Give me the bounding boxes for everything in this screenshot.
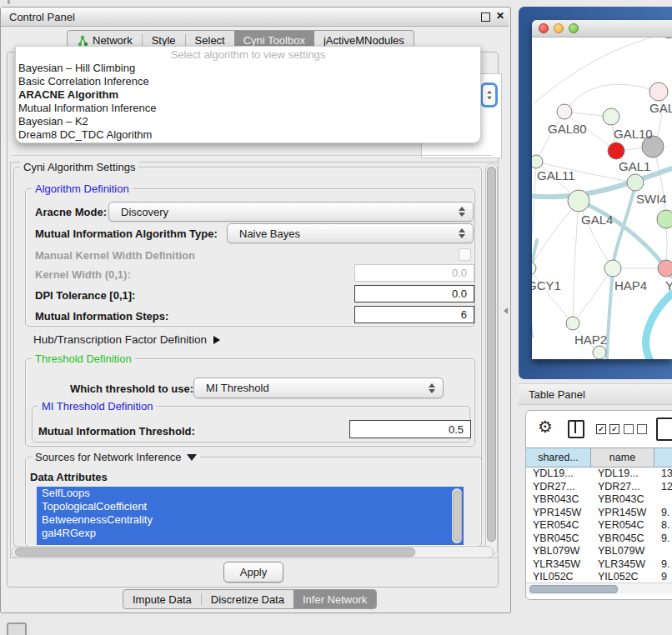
scrollbar-thumb[interactable] [529, 585, 618, 593]
node-hap4[interactable] [604, 260, 621, 277]
group-title: MI Threshold Definition [38, 400, 156, 412]
float-window-icon[interactable] [481, 12, 490, 22]
table-row[interactable]: YDR27...YDR27...12 [526, 481, 672, 494]
mi-algorithm-type-select[interactable]: Naive Bayes [227, 223, 474, 243]
mi-threshold-label: Mutual Information Threshold: [38, 425, 195, 438]
column-header[interactable]: shared... [526, 448, 591, 467]
table-row[interactable]: YDL19...YDL19...13 [526, 468, 672, 481]
control-panel-titlebar: Control Panel ✕ [1, 8, 509, 27]
table-row[interactable]: YER054CYER054C8. [526, 519, 672, 532]
dpi-tolerance-label: DPI Tolerance [0,1]: [35, 289, 135, 302]
kernel-width-input[interactable]: 0.0 [354, 264, 474, 282]
list-item[interactable]: gal4RGexp [37, 527, 464, 540]
aracne-mode-select[interactable]: Discovery [108, 202, 474, 222]
obscured-combo-stepper[interactable] [480, 82, 498, 108]
collapse-down-icon [187, 454, 197, 461]
tab-discretize-data[interactable]: Discretize Data [202, 590, 293, 608]
node-label: GAL4 [581, 212, 613, 227]
close-traffic-light[interactable] [539, 23, 549, 33]
list-item[interactable]: SelfLoops [37, 487, 464, 500]
expand-right-icon [213, 336, 220, 344]
node-label: GAL1 [619, 159, 650, 173]
table-row[interactable]: YBR043CYBR043C [526, 493, 672, 507]
mi-steps-label: Mutual Information Steps: [35, 310, 168, 322]
gear-icon[interactable]: ⚙ [538, 417, 553, 437]
table-row[interactable]: YLR345WYLR345W9. [526, 558, 672, 572]
node-label: GAL [649, 101, 672, 115]
mi-steps-input[interactable]: 6 [354, 306, 474, 323]
node-gal11[interactable] [532, 155, 543, 168]
table-panel-title: Table Panel [529, 388, 585, 401]
which-threshold-label: Which threshold to use: [70, 382, 193, 395]
close-icon[interactable]: ✕ [496, 10, 504, 22]
scrollbar-thumb[interactable] [15, 548, 415, 557]
settings-horizontal-scrollbar[interactable] [12, 546, 494, 558]
table-row[interactable]: YBL079WYBL079W [526, 545, 672, 558]
stepper-up-icon [487, 91, 492, 94]
dpi-tolerance-input[interactable]: 0.0 [354, 285, 474, 302]
node-bottom[interactable] [593, 346, 606, 359]
list-item[interactable]: TopologicalCoefficient [37, 500, 464, 513]
zoom-traffic-light[interactable] [569, 23, 579, 33]
aracne-mode-label: Aracne Mode: [35, 206, 107, 218]
table-header-row: shared... name [526, 448, 672, 468]
control-panel-title: Control Panel [1, 11, 75, 23]
settings-vertical-scrollbar[interactable] [485, 163, 498, 555]
apply-button[interactable]: Apply [223, 562, 283, 582]
popup-item[interactable]: Bayesian – K2 [16, 115, 480, 128]
popup-item[interactable]: Mutual Information Inference [16, 102, 480, 115]
data-attributes-list: SelfLoops TopologicalCoefficient Between… [37, 487, 464, 545]
node-green-right[interactable] [657, 210, 672, 228]
document-icon[interactable] [656, 418, 672, 441]
list-item[interactable]: BetweennessCentrality [37, 513, 464, 527]
minimize-traffic-light[interactable] [554, 23, 564, 33]
group-title: Threshold Definition [32, 352, 135, 365]
node-gal10[interactable] [603, 108, 619, 125]
node-gcy1[interactable] [532, 262, 536, 275]
mi-threshold-input[interactable]: 0.5 [349, 420, 471, 438]
column-header[interactable]: name [591, 448, 654, 467]
attributes-list-scrollbar[interactable] [452, 488, 462, 543]
table-window: ⚙ ✓ ✓ shared... name YDL19...YDL19...13 … [525, 410, 672, 600]
group-title: Algorithm Definition [32, 182, 133, 195]
scrollbar-thumb[interactable] [487, 167, 496, 542]
node-gal1[interactable] [608, 142, 624, 159]
scrollbar-thumb[interactable] [453, 491, 462, 541]
panel-splitter-handle[interactable] [504, 308, 508, 314]
node-gal80[interactable] [557, 104, 572, 119]
checked-boxes-icon[interactable]: ✓ ✓ [596, 424, 619, 434]
unchecked-boxes-icon[interactable] [624, 424, 647, 434]
stepper-down-icon [487, 97, 492, 100]
tab-impute-data[interactable]: Impute Data [123, 590, 201, 608]
column-header[interactable] [654, 448, 672, 467]
popup-item[interactable]: Dream8 DC_TDC Algorithm [16, 128, 480, 142]
table-horizontal-scrollbar[interactable] [526, 582, 672, 594]
node-top-outline[interactable] [662, 38, 672, 38]
network-canvas[interactable]: GAL GAL80 GAL10 GAL1 GAL11 SWI4 GAL4 GCY… [532, 38, 672, 359]
split-columns-icon[interactable] [568, 420, 584, 438]
node-salmon[interactable] [658, 260, 672, 277]
node-hap2[interactable] [566, 317, 579, 330]
table-row[interactable]: YPR145WYPR145W9. [526, 507, 672, 520]
group-title-row[interactable]: Sources for Network Inference [32, 451, 200, 463]
table-row[interactable]: YIL052CYIL052C9 [526, 571, 672, 582]
which-threshold-select[interactable]: MI Threshold [193, 378, 444, 398]
table-row[interactable]: YBR045CYBR045C9. [526, 532, 672, 546]
node-swi4[interactable] [627, 174, 644, 191]
table-panel-titlebar: Table Panel [519, 383, 672, 405]
popup-item[interactable]: Bayesian – Hill Climbing [16, 62, 480, 75]
bottom-left-button-fragment[interactable] [7, 622, 27, 635]
stepper-icon [459, 207, 465, 217]
node-gal-top[interactable] [649, 82, 668, 101]
group-title: Cyni Algorithm Settings [20, 161, 138, 173]
table-toolbar: ⚙ ✓ ✓ [526, 411, 672, 447]
manual-kernel-width-checkbox[interactable] [459, 248, 471, 261]
popup-placeholder: Select algorithm to view settings [16, 48, 480, 62]
node-gal4[interactable] [568, 190, 589, 212]
tab-infer-network[interactable]: Infer Network [293, 590, 376, 608]
node-label: GAL11 [537, 168, 575, 182]
popup-item-selected[interactable]: ARACNE Algorithm [16, 88, 480, 102]
hub-definition-toggle[interactable]: Hub/Transcription Factor Definition [33, 333, 220, 346]
network-window-titlebar [532, 20, 672, 38]
popup-item[interactable]: Basic Correlation Inference [16, 75, 480, 88]
